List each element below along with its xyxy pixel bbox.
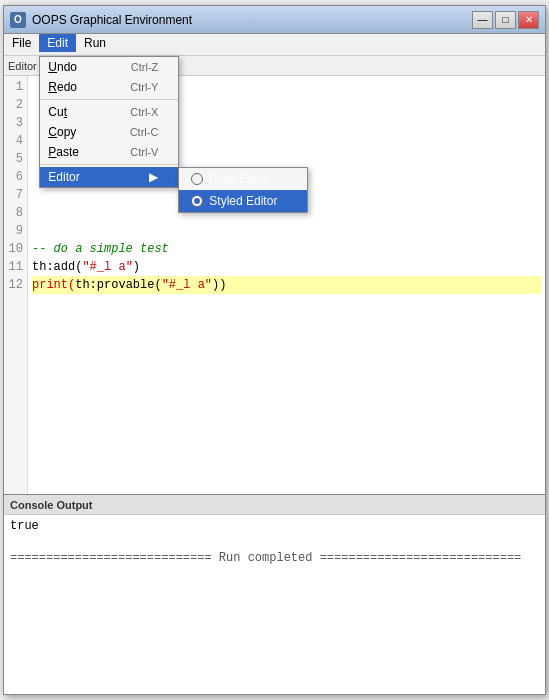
file-menu[interactable]: File [4, 34, 39, 52]
copy-item[interactable]: Copy Ctrl-C [40, 122, 178, 142]
app-icon: O [10, 12, 26, 28]
run-menu-wrapper: Run [76, 34, 114, 55]
main-window: O OOPS Graphical Environment — □ ✕ File … [3, 5, 546, 695]
editor-label: Editor [8, 60, 37, 72]
styled-editor-item[interactable]: Styled Editor [179, 190, 307, 212]
code-line-11: th:add("#_l a") [32, 258, 541, 276]
edit-dropdown: Undo Ctrl-Z Redo Ctrl-Y Cut Ctrl-X Copy … [39, 56, 179, 188]
title-bar: O OOPS Graphical Environment — □ ✕ [4, 6, 545, 34]
console-line-true: true [10, 519, 539, 533]
code-line-12: print(th:provable("#_l a")) [32, 276, 541, 294]
console-section: Console Output true ====================… [4, 494, 545, 694]
styled-radio [191, 195, 203, 207]
window-controls: — □ ✕ [472, 11, 539, 29]
paste-item[interactable]: Paste Ctrl-V [40, 142, 178, 162]
cut-item[interactable]: Cut Ctrl-X [40, 102, 178, 122]
minimize-button[interactable]: — [472, 11, 493, 29]
maximize-button[interactable]: □ [495, 11, 516, 29]
editor-submenu-trigger[interactable]: Editor ▶ Plain Editor Styled Editor [40, 167, 178, 187]
close-button[interactable]: ✕ [518, 11, 539, 29]
code-line-10: -- do a simple test [32, 240, 541, 258]
separator-2 [40, 164, 178, 165]
editor-submenu: Plain Editor Styled Editor [178, 167, 308, 213]
console-separator: ============================ Run complet… [10, 551, 539, 565]
separator-1 [40, 99, 178, 100]
plain-editor-item[interactable]: Plain Editor [179, 168, 307, 190]
file-menu-wrapper: File [4, 34, 39, 55]
console-header: Console Output [4, 495, 545, 515]
edit-menu-wrapper: Edit Undo Ctrl-Z Redo Ctrl-Y Cut Ctrl-X [39, 34, 76, 55]
redo-item[interactable]: Redo Ctrl-Y [40, 77, 178, 97]
undo-item[interactable]: Undo Ctrl-Z [40, 57, 178, 77]
edit-menu[interactable]: Edit [39, 34, 76, 52]
line-numbers: 1 2 3 4 5 6 7 8 9 10 11 12 [4, 76, 28, 494]
console-output: true ============================ Run co… [4, 515, 545, 694]
console-line-empty [10, 533, 539, 547]
window-title: OOPS Graphical Environment [32, 13, 472, 27]
plain-radio [191, 173, 203, 185]
run-menu[interactable]: Run [76, 34, 114, 52]
menu-bar: File Edit Undo Ctrl-Z Redo Ctrl-Y Cut [4, 34, 545, 56]
code-line [32, 222, 541, 240]
